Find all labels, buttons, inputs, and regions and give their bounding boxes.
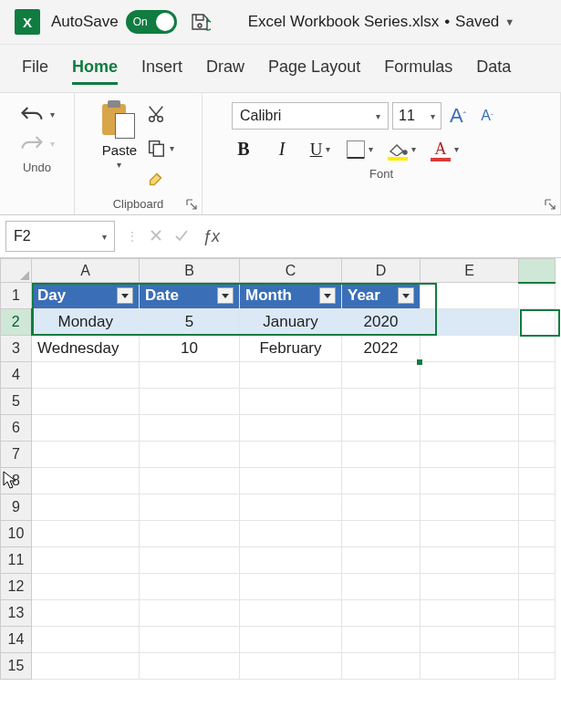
- cell[interactable]: [240, 494, 342, 521]
- dialog-launcher-icon[interactable]: [185, 198, 198, 211]
- row-header[interactable]: 12: [1, 574, 32, 600]
- select-all-corner[interactable]: [1, 259, 32, 283]
- formula-input[interactable]: [225, 223, 561, 250]
- cell[interactable]: [519, 468, 556, 494]
- spreadsheet-grid[interactable]: A B C D E 1 Day Date Month Year 2 Monday…: [0, 258, 561, 680]
- cell[interactable]: January: [240, 309, 342, 336]
- cell[interactable]: [140, 389, 240, 415]
- tab-page-layout[interactable]: Page Layout: [268, 57, 360, 85]
- paste-button[interactable]: Paste ▾: [102, 100, 137, 170]
- cell[interactable]: [140, 468, 240, 494]
- cell[interactable]: Monday: [32, 309, 140, 336]
- cell[interactable]: [32, 574, 140, 600]
- cell[interactable]: [519, 309, 556, 336]
- cell[interactable]: [519, 389, 556, 415]
- table-header-cell[interactable]: Month: [240, 283, 342, 309]
- chevron-down-icon[interactable]: ▾: [50, 109, 55, 120]
- cell[interactable]: [519, 521, 556, 547]
- cell[interactable]: [421, 468, 519, 494]
- cell[interactable]: [519, 336, 556, 362]
- row-header[interactable]: 9: [1, 494, 32, 521]
- enter-formula-icon[interactable]: [173, 227, 190, 246]
- chevron-down-icon[interactable]: ▾: [369, 144, 373, 154]
- tab-data[interactable]: Data: [476, 57, 511, 85]
- cell[interactable]: [519, 362, 556, 389]
- cell[interactable]: [519, 574, 556, 600]
- cell[interactable]: [140, 362, 240, 389]
- cell[interactable]: [421, 627, 519, 653]
- cell[interactable]: [240, 468, 342, 494]
- cell[interactable]: [342, 547, 421, 574]
- cell[interactable]: [421, 336, 519, 362]
- chevron-down-icon[interactable]: ▾: [170, 143, 174, 153]
- cell[interactable]: February: [240, 336, 342, 362]
- cell[interactable]: [519, 415, 556, 442]
- row-header[interactable]: 1: [1, 283, 32, 309]
- cell[interactable]: [240, 362, 342, 389]
- cell[interactable]: [32, 468, 140, 494]
- italic-button[interactable]: I: [270, 139, 294, 160]
- fx-icon[interactable]: ƒx: [203, 227, 220, 246]
- cell[interactable]: [140, 442, 240, 468]
- cell[interactable]: 10: [140, 336, 240, 362]
- cell[interactable]: [32, 547, 140, 574]
- cell[interactable]: [421, 389, 519, 415]
- row-header[interactable]: 6: [1, 415, 32, 442]
- redo-button[interactable]: ▾: [19, 133, 55, 153]
- chevron-down-icon[interactable]: ▾: [376, 111, 380, 121]
- cell[interactable]: Wednesday: [32, 336, 140, 362]
- tab-draw[interactable]: Draw: [206, 57, 244, 85]
- cell[interactable]: [519, 283, 556, 309]
- cell[interactable]: [421, 309, 519, 336]
- cell[interactable]: [421, 521, 519, 547]
- cell[interactable]: [140, 574, 240, 600]
- row-header[interactable]: 7: [1, 442, 32, 468]
- table-header-cell[interactable]: Day: [32, 283, 140, 309]
- cell[interactable]: [32, 494, 140, 521]
- font-name-select[interactable]: Calibri ▾: [232, 102, 389, 130]
- save-icon[interactable]: [188, 10, 212, 34]
- font-color-button[interactable]: A▾: [431, 140, 459, 159]
- tab-formulas[interactable]: Formulas: [384, 57, 452, 85]
- cell[interactable]: [421, 547, 519, 574]
- cell[interactable]: [240, 415, 342, 442]
- cell[interactable]: [519, 442, 556, 468]
- cell[interactable]: [240, 442, 342, 468]
- cell[interactable]: [140, 627, 240, 653]
- copy-button[interactable]: ▾: [146, 138, 174, 158]
- format-painter-button[interactable]: [146, 169, 174, 192]
- cell[interactable]: [421, 415, 519, 442]
- col-header-A[interactable]: A: [32, 259, 140, 283]
- bold-button[interactable]: B: [232, 139, 255, 160]
- cell[interactable]: [342, 389, 421, 415]
- cell[interactable]: [421, 653, 519, 680]
- cell[interactable]: [421, 574, 519, 600]
- tab-insert[interactable]: Insert: [141, 57, 182, 85]
- filter-icon[interactable]: [217, 287, 234, 304]
- cell[interactable]: [421, 283, 519, 309]
- col-header-F[interactable]: [519, 259, 556, 283]
- cell[interactable]: [240, 521, 342, 547]
- row-header[interactable]: 3: [1, 336, 32, 362]
- cell[interactable]: [140, 415, 240, 442]
- row-header[interactable]: 13: [1, 600, 32, 627]
- cell[interactable]: [240, 389, 342, 415]
- chevron-down-icon[interactable]: ▾: [411, 144, 416, 154]
- row-header[interactable]: 2: [1, 309, 32, 336]
- toggle-switch[interactable]: On: [126, 10, 177, 34]
- borders-button[interactable]: ▾: [347, 140, 373, 159]
- cell[interactable]: [240, 574, 342, 600]
- dialog-launcher-icon[interactable]: [544, 198, 556, 211]
- decrease-font-button[interactable]: Aˇ: [474, 103, 500, 129]
- cell[interactable]: [342, 574, 421, 600]
- font-size-select[interactable]: 11 ▾: [392, 102, 442, 130]
- cell[interactable]: [421, 442, 519, 468]
- cell[interactable]: [342, 494, 421, 521]
- cell[interactable]: [140, 494, 240, 521]
- cell[interactable]: [240, 547, 342, 574]
- cell[interactable]: [140, 653, 240, 680]
- row-header[interactable]: 14: [1, 627, 32, 653]
- name-box[interactable]: F2 ▾: [5, 221, 115, 252]
- cell[interactable]: [140, 521, 240, 547]
- cell[interactable]: [140, 600, 240, 627]
